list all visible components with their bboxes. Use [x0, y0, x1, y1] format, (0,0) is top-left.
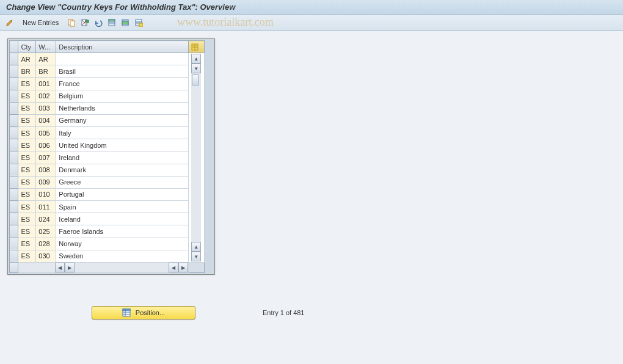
cell-description[interactable]: Spain — [56, 201, 189, 213]
row-selector[interactable] — [10, 238, 18, 250]
toggle-display-change-icon[interactable] — [4, 16, 16, 29]
row-selector[interactable] — [10, 102, 18, 114]
table-row[interactable]: ES008Denmark — [10, 164, 205, 176]
table-row[interactable]: ARAR▲▼▲▼ — [10, 53, 205, 65]
cell-w[interactable]: 024 — [36, 213, 56, 225]
cell-w[interactable]: 002 — [36, 90, 56, 102]
table-row[interactable]: ES003Netherlands — [10, 102, 205, 114]
scroll-up-end-icon[interactable]: ▲ — [191, 242, 201, 252]
table-row[interactable]: ES011Spain — [10, 201, 205, 213]
scroll-left-end-icon[interactable]: ◀ — [169, 263, 178, 272]
row-selector[interactable] — [10, 201, 18, 213]
table-row[interactable]: BRBRBrasil — [10, 65, 205, 78]
column-header-cty[interactable]: Cty — [18, 41, 36, 53]
table-row[interactable]: ES006United Kingdom — [10, 139, 205, 151]
cell-description[interactable]: Sweden — [56, 250, 189, 262]
row-selector[interactable] — [10, 114, 18, 126]
column-header-selector[interactable] — [10, 41, 18, 53]
cell-cty[interactable]: AR — [18, 53, 36, 65]
cell-description[interactable]: Denmark — [56, 164, 189, 176]
cell-description[interactable]: Faeroe Islands — [56, 225, 189, 238]
scroll-left-icon[interactable]: ◀ — [55, 263, 65, 272]
position-button[interactable]: Position... — [92, 306, 195, 319]
cell-w[interactable]: 009 — [36, 176, 56, 188]
cell-cty[interactable]: ES — [18, 102, 36, 114]
cell-description[interactable]: Netherlands — [56, 102, 189, 114]
table-config-icon[interactable] — [189, 41, 205, 53]
select-block-icon[interactable] — [119, 16, 131, 29]
row-selector[interactable] — [10, 188, 18, 200]
cell-w[interactable]: 005 — [36, 127, 56, 139]
cell-w[interactable]: 011 — [36, 201, 56, 213]
scroll-up-icon[interactable]: ▲ — [191, 54, 201, 64]
cell-w[interactable]: 008 — [36, 164, 56, 176]
cell-w[interactable]: 025 — [36, 225, 56, 238]
cell-cty[interactable]: ES — [18, 139, 36, 151]
cell-w[interactable]: 006 — [36, 139, 56, 151]
cell-cty[interactable]: ES — [18, 78, 36, 90]
table-row[interactable]: ES010Portugal — [10, 188, 205, 200]
cell-w[interactable]: AR — [36, 53, 56, 65]
delete-icon[interactable] — [79, 16, 91, 29]
row-selector[interactable] — [10, 250, 18, 262]
row-selector[interactable] — [10, 225, 18, 238]
cell-w[interactable]: 004 — [36, 114, 56, 126]
cell-description[interactable] — [56, 53, 189, 65]
cell-cty[interactable]: ES — [18, 213, 36, 225]
horizontal-scrollbar[interactable]: ◀ ▶ ◀ ▶ — [18, 263, 189, 273]
scroll-down-end-icon[interactable]: ▼ — [191, 252, 201, 261]
cell-w[interactable]: 003 — [36, 102, 56, 114]
cell-cty[interactable]: BR — [18, 65, 36, 78]
select-all-icon[interactable] — [106, 16, 118, 29]
table-row[interactable]: ES028Norway — [10, 238, 205, 250]
row-selector[interactable] — [10, 213, 18, 225]
cell-cty[interactable]: ES — [18, 201, 36, 213]
table-row[interactable]: ES001France — [10, 78, 205, 90]
cell-cty[interactable]: ES — [18, 238, 36, 250]
table-row[interactable]: ES002Belgium — [10, 90, 205, 102]
cell-w[interactable]: 030 — [36, 250, 56, 262]
copy-icon[interactable] — [65, 16, 78, 29]
row-selector[interactable] — [10, 139, 18, 151]
cell-cty[interactable]: ES — [18, 250, 36, 262]
cell-description[interactable]: Ireland — [56, 151, 189, 164]
cell-w[interactable]: 028 — [36, 238, 56, 250]
cell-description[interactable]: Germany — [56, 114, 189, 126]
table-row[interactable]: ES024Iceland — [10, 213, 205, 225]
cell-description[interactable]: Portugal — [56, 188, 189, 200]
cell-description[interactable]: Belgium — [56, 90, 189, 102]
cell-cty[interactable]: ES — [18, 151, 36, 164]
deselect-all-icon[interactable] — [133, 16, 145, 29]
cell-cty[interactable]: ES — [18, 90, 36, 102]
row-selector[interactable] — [10, 53, 18, 65]
row-selector[interactable] — [10, 65, 18, 78]
cell-description[interactable]: Italy — [56, 127, 189, 139]
cell-description[interactable]: Norway — [56, 238, 189, 250]
table-row[interactable]: ES004Germany — [10, 114, 205, 126]
cell-cty[interactable]: ES — [18, 114, 36, 126]
cell-description[interactable]: United Kingdom — [56, 139, 189, 151]
table-row[interactable]: ES025Faeroe Islands — [10, 225, 205, 238]
cell-cty[interactable]: ES — [18, 225, 36, 238]
column-header-description[interactable]: Description — [56, 41, 189, 53]
cell-cty[interactable]: ES — [18, 127, 36, 139]
table-row[interactable]: ES007Ireland — [10, 151, 205, 164]
row-selector[interactable] — [10, 151, 18, 164]
cell-description[interactable]: Iceland — [56, 213, 189, 225]
row-selector[interactable] — [10, 78, 18, 90]
table-row[interactable]: ES030Sweden — [10, 250, 205, 262]
row-selector[interactable] — [10, 176, 18, 188]
scroll-right-icon[interactable]: ▶ — [65, 263, 75, 272]
cell-description[interactable]: France — [56, 78, 189, 90]
column-header-w[interactable]: W... — [36, 41, 56, 53]
cell-w[interactable]: 010 — [36, 188, 56, 200]
row-selector[interactable] — [10, 127, 18, 139]
cell-cty[interactable]: ES — [18, 164, 36, 176]
cell-cty[interactable]: ES — [18, 188, 36, 200]
cell-description[interactable]: Greece — [56, 176, 189, 188]
undo-icon[interactable] — [92, 16, 104, 29]
cell-w[interactable]: 001 — [36, 78, 56, 90]
scroll-right-end-icon[interactable]: ▶ — [178, 263, 188, 272]
table-row[interactable]: ES005Italy — [10, 127, 205, 139]
scroll-thumb[interactable] — [192, 75, 199, 86]
